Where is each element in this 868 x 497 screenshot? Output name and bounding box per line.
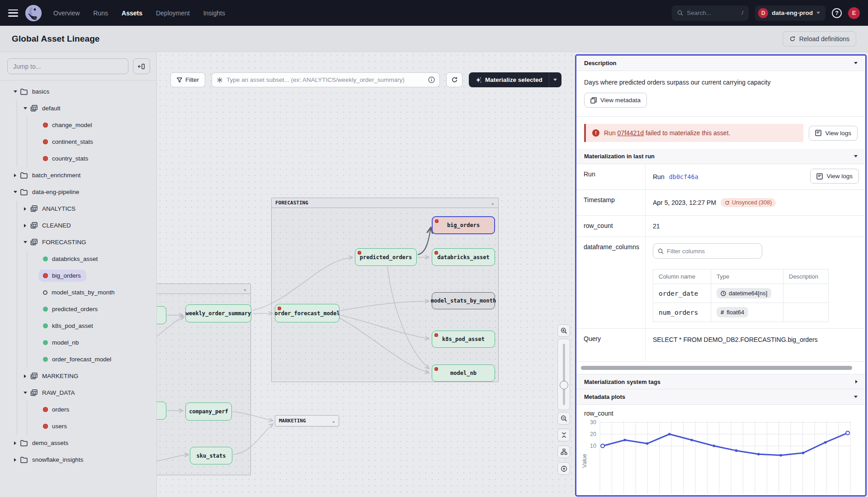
failed-run-link[interactable]: 07f4421d [618,129,644,137]
user-avatar[interactable]: E [848,7,860,19]
view-logs-button[interactable]: View logs [809,126,858,141]
tree-expander-down[interactable] [22,241,28,243]
asset-node-company_perf[interactable]: company_perf [185,402,232,421]
page-header: Global Asset Lineage Reload definitions [0,26,868,52]
section-materialization[interactable]: Materialization in last run [576,149,865,164]
sidebar-item-basics[interactable]: basics [0,83,156,100]
zoom-slider[interactable] [557,339,570,410]
sidebar-item-users[interactable]: users [0,418,156,435]
tree-expander-down[interactable] [22,392,28,394]
group-header[interactable]: ⌄ [157,284,250,294]
sidebar-item-change_model[interactable]: change_model [0,117,156,133]
sidebar-item-demo_assets[interactable]: demo_assets [0,435,156,451]
layout-graph-button[interactable] [557,445,570,458]
asset-node-stub_a[interactable] [157,306,166,324]
nav-item-runs[interactable]: Runs [93,9,108,17]
group-menu-icon[interactable]: ⌄ [243,286,247,292]
asset-subset-input[interactable]: Type an asset subset... (ex: ANALYTICS/w… [212,72,440,87]
zoom-slider-handle[interactable] [560,381,568,389]
asset-node-label: company_perf [189,408,228,415]
asset-node-model_stats_by_month[interactable]: model_stats_by_month [432,292,495,309]
global-search[interactable]: Search... / [672,5,749,21]
sidebar-item-snowflake_insights[interactable]: snowflake_insights [0,451,156,468]
materialize-selected-button[interactable]: Materialize selected [469,72,561,87]
tree-guide-line [17,301,17,317]
materialize-dropdown-button[interactable] [549,72,561,87]
sidebar-item-RAW_DATA[interactable]: RAW_DATA [0,384,156,401]
asset-node-model_nb[interactable]: model_nb [432,364,495,382]
asset-node-big_orders[interactable]: big_orders [432,216,495,234]
nav-item-insights[interactable]: Insights [203,9,225,17]
tree-expander-down[interactable] [12,191,19,193]
sidebar-item-data-eng-pipeline[interactable]: data-eng-pipeline [0,184,156,200]
section-system-tags[interactable]: Materialization system tags [576,374,865,389]
sidebar-item-model_nb[interactable]: model_nb [0,334,156,351]
nav-item-assets[interactable]: Assets [122,9,142,17]
run-row: Run Run db0cf46a View logs [576,164,865,190]
asset-node-predicted_orders[interactable]: predicted_orders [355,248,417,266]
sidebar-item-ANALYTICS[interactable]: ANALYTICS [0,200,156,217]
tree-expander-right[interactable] [22,207,28,211]
sidebar-item-predicted_orders[interactable]: predicted_orders [0,301,156,317]
asset-node-sku_stats[interactable]: sku_stats [190,447,232,464]
sidebar-item-k8s_pod_asset[interactable]: k8s_pod_asset [0,317,156,334]
nav-item-overview[interactable]: Overview [53,9,80,17]
hamburger-menu-icon[interactable] [8,9,18,17]
tree-expander-down[interactable] [12,90,19,93]
asset-node-databricks_asset[interactable]: databricks_asset [432,248,495,266]
recenter-button[interactable] [557,462,570,475]
lineage-canvas[interactable]: Filter Type an asset subset... (ex: ANAL… [157,52,868,497]
tree-expander-down[interactable] [22,107,28,109]
tree-expander-right[interactable] [12,441,19,445]
reload-definitions-button[interactable]: Reload definitions [783,31,856,47]
asset-node-k8s_pod_asset[interactable]: k8s_pod_asset [432,331,495,348]
tree-expander-right[interactable] [22,224,28,227]
sidebar-item-orders[interactable]: orders [0,401,156,418]
horizontal-scrollbar[interactable] [581,366,852,370]
group-menu-icon[interactable]: ⌄ [491,200,495,206]
sidebar-item-model_stats_by_month[interactable]: model_stats_by_month [0,284,156,301]
sidebar-item-batch_enrichment[interactable]: batch_enrichment [0,167,156,184]
collapse-groups-button[interactable] [557,429,570,441]
run-id-link[interactable]: db0cf46a [669,173,698,180]
sidebar-item-country_stats[interactable]: country_stats [0,150,156,167]
asset-pill: model_stats_by_month [38,286,120,298]
tree-expander-right[interactable] [12,174,19,177]
sidebar-item-order_forecast_model[interactable]: order_forecast_model [0,351,156,368]
sidebar-item-CLEANED[interactable]: CLEANED [0,217,156,234]
sidebar-item-continent_stats[interactable]: continent_stats [0,133,156,150]
info-icon[interactable] [428,76,435,83]
asset-node-weekly_order_summary[interactable]: weekly_order_summary [185,304,251,322]
filter-columns-input[interactable]: Filter columns [653,243,762,259]
view-logs-button[interactable]: View logs [810,169,859,184]
dagster-logo[interactable] [25,5,42,21]
unsynced-badge[interactable]: Unsynced (308) [721,198,776,207]
sidebar-item-big_orders[interactable]: big_orders [0,267,156,284]
sidebar-item-databricks_asset[interactable]: databricks_asset [0,251,156,267]
tree-expander-right[interactable] [22,374,28,378]
jump-to-input[interactable]: Jump to... [7,58,128,74]
zoom-out-button[interactable] [557,412,570,425]
zoom-in-button[interactable] [557,324,570,337]
tree-guide-line [17,133,17,150]
section-description[interactable]: Description [576,56,865,71]
help-icon[interactable]: ? [832,8,842,18]
sidebar-item-FORECASTING[interactable]: FORECASTING [0,234,156,251]
group-menu-icon[interactable]: ⌄ [324,418,335,424]
section-metadata-plots[interactable]: Metadata plots [576,389,865,405]
filter-button[interactable]: Filter [170,72,205,87]
sidebar-item-default[interactable]: default [0,100,156,117]
collapse-sidebar-button[interactable] [133,58,150,74]
asset-node-stub_b[interactable] [157,402,166,420]
asset-pill: users [38,420,72,432]
sidebar-item-MARKETING[interactable]: MARKETING [0,368,156,384]
refresh-graph-button[interactable] [446,72,462,87]
asset-node-order_forecast_model[interactable]: order_forecast_model [275,304,340,322]
nav-item-deployment[interactable]: Deployment [156,9,190,17]
view-metadata-button[interactable]: View metadata [584,93,647,108]
deployment-switcher[interactable]: D data-eng-prod [755,5,826,21]
tree-item-label: CLEANED [42,222,71,229]
tree-expander-right[interactable] [12,458,19,462]
group-header[interactable]: FORECASTING⌄ [272,198,498,208]
asset-group-icon [28,105,39,112]
